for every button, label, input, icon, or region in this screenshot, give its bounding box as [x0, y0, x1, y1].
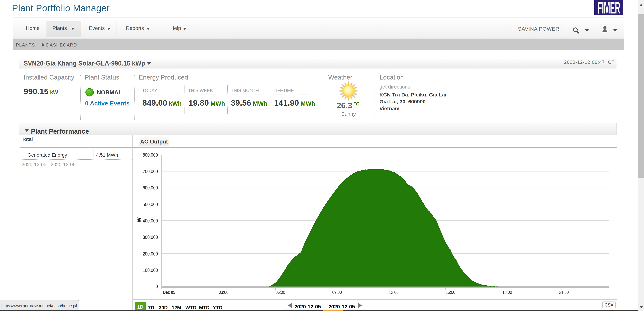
- svg-text:FIMER: FIMER: [598, 0, 620, 15]
